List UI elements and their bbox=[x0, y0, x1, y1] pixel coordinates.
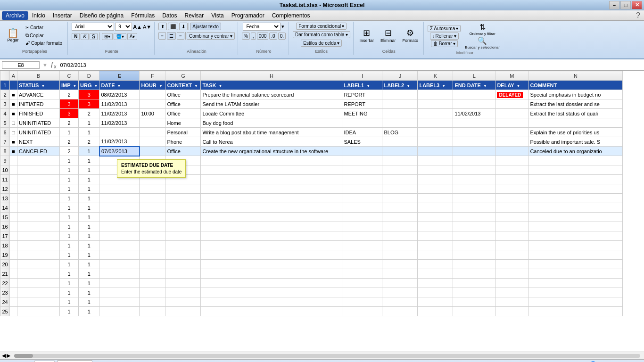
r6-label2[interactable]: BLOG bbox=[382, 128, 418, 137]
r7-label3[interactable] bbox=[418, 137, 453, 147]
r5-comment[interactable] bbox=[528, 118, 623, 128]
insert-cells-button[interactable]: ⊞ Insertar bbox=[357, 26, 377, 44]
align-center-button[interactable]: ☰ bbox=[167, 32, 176, 40]
r4-col-a[interactable]: ■ bbox=[10, 109, 17, 118]
underline-button[interactable]: S bbox=[90, 33, 98, 40]
r4-enddate[interactable]: 11/02/2013 bbox=[453, 109, 495, 118]
cut-button[interactable]: ✂ Cortar bbox=[23, 24, 65, 31]
r7-col-a[interactable]: ■ bbox=[10, 137, 17, 147]
align-middle-button[interactable]: ⬛ bbox=[168, 23, 178, 30]
r7-imp[interactable]: 2 bbox=[60, 137, 79, 147]
r4-status[interactable]: FINISHED bbox=[17, 109, 60, 118]
r3-label2[interactable] bbox=[382, 99, 418, 109]
r8-enddate[interactable] bbox=[453, 147, 495, 156]
r2-enddate[interactable] bbox=[453, 90, 495, 99]
r6-imp[interactable]: 1 bbox=[60, 128, 79, 137]
r7-context[interactable]: Phone bbox=[165, 137, 201, 147]
bold-button[interactable]: N bbox=[72, 33, 80, 40]
r5-task[interactable]: Buy dog food bbox=[201, 118, 342, 128]
r4-label2[interactable] bbox=[382, 109, 418, 118]
r2-comment[interactable]: Special emphasis in budget no bbox=[528, 90, 623, 99]
r2-urg[interactable]: 3 bbox=[79, 90, 99, 99]
r3-label1[interactable]: REPORT bbox=[342, 99, 382, 109]
r3-task[interactable]: Send the LATAM dossier bbox=[201, 99, 342, 109]
align-left-button[interactable]: ≡ bbox=[158, 32, 166, 40]
scroll-left-btn[interactable]: ◀ bbox=[2, 353, 6, 359]
sort-filter-button[interactable]: ⇅ Ordenar y filtrar bbox=[467, 23, 498, 36]
format-copy-button[interactable]: 🖌 Copiar formato bbox=[23, 40, 65, 47]
r2-label1[interactable]: REPORT bbox=[342, 90, 382, 99]
r5-delay[interactable] bbox=[495, 118, 528, 128]
r7-label2[interactable] bbox=[382, 137, 418, 147]
r2-imp[interactable]: 2 bbox=[60, 90, 79, 99]
col-header-c[interactable]: C bbox=[60, 71, 79, 81]
r3-col-a[interactable]: ■ bbox=[10, 99, 17, 109]
r7-hour[interactable] bbox=[140, 137, 165, 147]
r3-date[interactable]: 11/02/2013 bbox=[99, 99, 140, 109]
r4-task[interactable]: Locale Committee bbox=[201, 109, 342, 118]
menu-item-complementos[interactable]: Complementos bbox=[268, 11, 314, 20]
find-select-button[interactable]: 🔍 Buscar y seleccionar bbox=[462, 36, 502, 49]
r2-label3[interactable] bbox=[418, 90, 453, 99]
r7-task[interactable]: Call to Nerea bbox=[201, 137, 342, 147]
r3-imp[interactable]: 3 bbox=[60, 99, 79, 109]
r5-col-a[interactable]: □ bbox=[10, 118, 17, 128]
hscroll-thumb[interactable] bbox=[14, 354, 33, 358]
r2-context[interactable]: Office bbox=[165, 90, 201, 99]
format-cells-button[interactable]: ⚙ Formato bbox=[400, 26, 421, 44]
r3-hour[interactable] bbox=[140, 99, 165, 109]
hscroll-track[interactable] bbox=[14, 354, 640, 358]
align-bottom-button[interactable]: ⬇ bbox=[179, 23, 188, 30]
paste-button[interactable]: 📋 Pegar bbox=[5, 23, 21, 48]
r6-col-a[interactable]: □ bbox=[10, 128, 17, 137]
r2-col-a[interactable]: ■ bbox=[10, 90, 17, 99]
r7-status[interactable]: NEXT bbox=[17, 137, 60, 147]
col-header-e[interactable]: E bbox=[99, 71, 140, 81]
horizontal-scrollbar[interactable]: ◀ ▶ bbox=[0, 352, 644, 359]
r5-label3[interactable] bbox=[418, 118, 453, 128]
r8-delay[interactable] bbox=[495, 147, 528, 156]
r2-delay[interactable]: DELAYED bbox=[495, 90, 528, 99]
r8-label2[interactable] bbox=[382, 147, 418, 156]
col-header-k[interactable]: K bbox=[418, 71, 453, 81]
r8-col-a[interactable]: ■ bbox=[10, 147, 17, 156]
col-header-a[interactable]: A bbox=[10, 71, 17, 81]
r5-status[interactable]: UNINITIATED bbox=[17, 118, 60, 128]
r8-urg[interactable]: 1 bbox=[79, 147, 99, 156]
r5-label2[interactable] bbox=[382, 118, 418, 128]
col-header-i[interactable]: I bbox=[342, 71, 382, 81]
help-icon[interactable]: ? bbox=[636, 11, 640, 20]
r6-label3[interactable] bbox=[418, 128, 453, 137]
close-button[interactable]: ✕ bbox=[632, 1, 642, 9]
r2-task[interactable]: Prepare the financial balance scorecard bbox=[201, 90, 342, 99]
cell-styles-button[interactable]: Estilos de celda ▾ bbox=[301, 40, 342, 47]
delete-cells-button[interactable]: ⊟ Eliminar bbox=[378, 26, 398, 44]
menu-item-programador[interactable]: Programador bbox=[228, 11, 268, 20]
copy-button[interactable]: ⧉ Copiar bbox=[23, 32, 65, 39]
col-header-b[interactable]: B bbox=[17, 71, 60, 81]
fill-button[interactable]: ↓ Rellenar ▾ bbox=[430, 33, 459, 40]
r2-status[interactable]: ADVANCE bbox=[17, 90, 60, 99]
comma-button[interactable]: , bbox=[251, 33, 256, 40]
r5-context[interactable]: Home bbox=[165, 118, 201, 128]
r2-label2[interactable] bbox=[382, 90, 418, 99]
r5-enddate[interactable] bbox=[453, 118, 495, 128]
r6-hour[interactable] bbox=[140, 128, 165, 137]
col-header-j[interactable]: J bbox=[382, 71, 418, 81]
r3-comment[interactable]: Extract the last dossier and se bbox=[528, 99, 623, 109]
align-right-button[interactable]: ≡ bbox=[177, 32, 184, 40]
r6-status[interactable]: UNINITIATED bbox=[17, 128, 60, 137]
r5-label1[interactable] bbox=[342, 118, 382, 128]
r8-label1[interactable] bbox=[342, 147, 382, 156]
menu-item-diseno[interactable]: Diseño de página bbox=[76, 11, 127, 20]
font-name-select[interactable]: Arial bbox=[72, 23, 114, 31]
r5-imp[interactable]: 2 bbox=[60, 118, 79, 128]
col-header-l[interactable]: L bbox=[453, 71, 495, 81]
r4-hour[interactable]: 10:00 bbox=[140, 109, 165, 118]
maximize-button[interactable]: □ bbox=[620, 1, 631, 9]
wrap-text-button[interactable]: Ajustar texto bbox=[190, 23, 221, 30]
r4-label1[interactable]: MEETING bbox=[342, 109, 382, 118]
r8-imp[interactable]: 2 bbox=[60, 147, 79, 156]
r4-delay[interactable] bbox=[495, 109, 528, 118]
increase-font-button[interactable]: A▲ bbox=[133, 24, 142, 30]
